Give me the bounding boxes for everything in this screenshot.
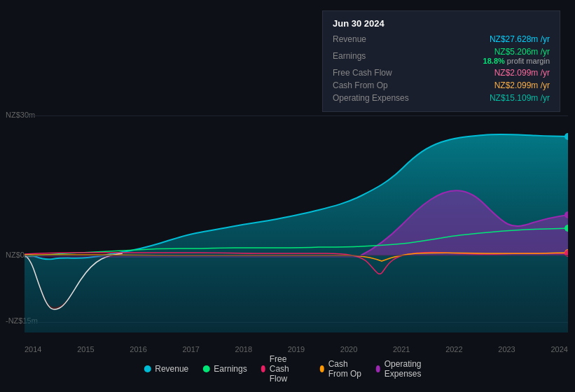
legend-dot-cashfromop (320, 365, 324, 372)
x-axis-labels: 2014 2015 2016 2017 2018 2019 2020 2021 … (25, 345, 568, 354)
tooltip-row-earnings: Earnings NZ$5.206m /yr 18.8% profit marg… (333, 46, 550, 66)
tooltip-value-earnings: NZ$5.206m /yr (483, 47, 550, 57)
x-label-2019: 2019 (288, 345, 305, 354)
legend-label-cashfromop: Cash From Op (328, 359, 362, 379)
tooltip-label-revenue: Revenue (333, 34, 424, 44)
tooltip-label-fcf: Free Cash Flow (333, 68, 424, 78)
x-label-2016: 2016 (130, 345, 146, 354)
legend-label-earnings: Earnings (214, 364, 247, 374)
tooltip-value-opex: NZ$15.109m /yr (490, 93, 550, 103)
legend-dot-revenue (144, 365, 151, 372)
chart-container: Jun 30 2024 Revenue NZ$27.628m /yr Earni… (0, 0, 575, 392)
tooltip-date: Jun 30 2024 (333, 18, 550, 29)
legend-item-fcf[interactable]: Free Cash Flow (261, 354, 306, 384)
x-label-2024: 2024 (550, 345, 567, 354)
x-label-2020: 2020 (340, 345, 357, 354)
tooltip-label-earnings: Earnings (333, 51, 424, 61)
tooltip-value-revenue: NZ$27.628m /yr (490, 34, 550, 44)
x-label-2018: 2018 (235, 345, 252, 354)
tooltip-value-fcf: NZ$2.099m /yr (494, 68, 550, 78)
legend-item-cashfromop[interactable]: Cash From Op (320, 359, 362, 379)
tooltip-box: Jun 30 2024 Revenue NZ$27.628m /yr Earni… (322, 10, 560, 112)
legend-item-opex[interactable]: Operating Expenses (376, 359, 431, 379)
x-label-2015: 2015 (77, 345, 94, 354)
chart-legend: Revenue Earnings Free Cash Flow Cash Fro… (144, 354, 431, 384)
x-label-2017: 2017 (182, 345, 199, 354)
tooltip-row-revenue: Revenue NZ$27.628m /yr (333, 33, 550, 46)
legend-dot-fcf (261, 365, 265, 372)
x-label-2021: 2021 (393, 345, 410, 354)
legend-label-fcf: Free Cash Flow (270, 354, 306, 384)
legend-label-opex: Operating Expenses (385, 359, 431, 379)
profit-margin: 18.8% profit margin (483, 57, 550, 65)
tooltip-row-cashfromop: Cash From Op NZ$2.099m /yr (333, 79, 550, 92)
legend-item-earnings[interactable]: Earnings (202, 364, 247, 374)
chart-svg (25, 108, 568, 332)
legend-item-revenue[interactable]: Revenue (144, 364, 188, 374)
y-label-mid: NZ$0 (6, 251, 25, 259)
x-label-2014: 2014 (25, 345, 41, 354)
legend-dot-earnings (202, 365, 209, 372)
tooltip-label-opex: Operating Expenses (333, 93, 424, 103)
tooltip-row-opex: Operating Expenses NZ$15.109m /yr (333, 92, 550, 104)
tooltip-value-cashfromop: NZ$2.099m /yr (494, 80, 550, 90)
tooltip-label-cashfromop: Cash From Op (333, 80, 424, 90)
tooltip-row-fcf: Free Cash Flow NZ$2.099m /yr (333, 66, 550, 79)
legend-dot-opex (376, 365, 380, 372)
x-label-2022: 2022 (445, 345, 462, 354)
legend-label-revenue: Revenue (155, 364, 188, 374)
x-label-2023: 2023 (498, 345, 515, 354)
